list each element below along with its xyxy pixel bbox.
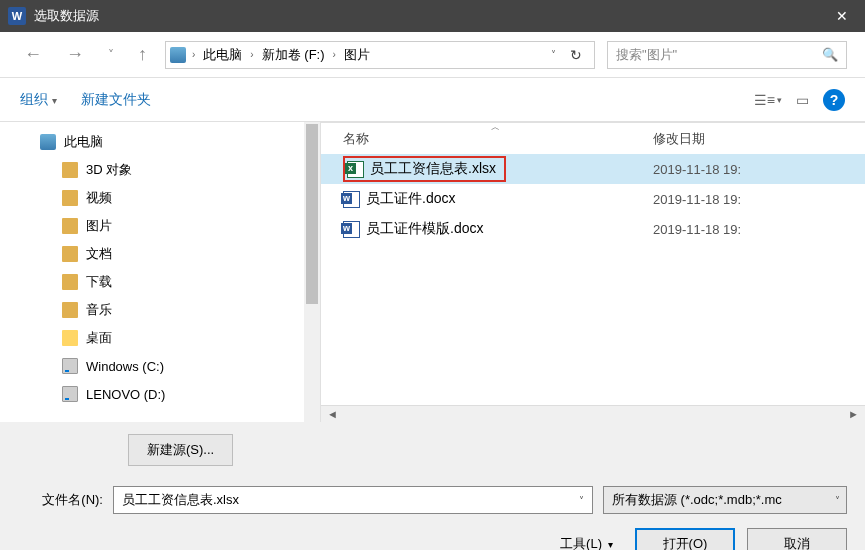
preview-pane-button[interactable]: ▭ bbox=[796, 92, 809, 108]
close-button[interactable]: ✕ bbox=[819, 0, 865, 32]
filetype-value: 所有数据源 (*.odc;*.mdb;*.mc bbox=[612, 491, 782, 509]
folder-tan-icon bbox=[62, 302, 78, 318]
tree-item[interactable]: Windows (C:) bbox=[0, 352, 320, 380]
refresh-button[interactable]: ↻ bbox=[562, 47, 590, 63]
file-list-area: ︿ 名称 修改日期 员工工资信息表.xlsx2019-11-18 19:员工证件… bbox=[320, 122, 865, 422]
sort-indicator-icon: ︿ bbox=[491, 121, 500, 134]
file-name: 员工证件.docx bbox=[366, 190, 455, 208]
xlsx-icon bbox=[347, 161, 364, 178]
file-name: 员工工资信息表.xlsx bbox=[370, 160, 496, 178]
tree-item-label: 图片 bbox=[86, 217, 112, 235]
tree-item-label: 文档 bbox=[86, 245, 112, 263]
folder-tan-icon bbox=[62, 162, 78, 178]
folder-tan-icon bbox=[62, 274, 78, 290]
pc-icon bbox=[40, 134, 56, 150]
search-placeholder: 搜索"图片" bbox=[616, 46, 677, 64]
filename-label: 文件名(N): bbox=[18, 491, 103, 509]
filetype-dropdown[interactable]: 所有数据源 (*.odc;*.mdb;*.mc ˅ bbox=[603, 486, 847, 514]
file-row[interactable]: 员工证件模版.docx2019-11-18 19: bbox=[321, 214, 865, 244]
back-button[interactable]: ← bbox=[18, 40, 48, 69]
window-title: 选取数据源 bbox=[34, 7, 819, 25]
drive-icon bbox=[62, 358, 78, 374]
cancel-button[interactable]: 取消 bbox=[747, 528, 847, 550]
toolbar: 组织 ▾ 新建文件夹 ☰≡ ▾ ▭ ? bbox=[0, 78, 865, 122]
tree-item[interactable]: 文档 bbox=[0, 240, 320, 268]
recent-dropdown[interactable]: ˅ bbox=[102, 44, 120, 66]
docx-icon bbox=[343, 221, 360, 238]
drive-icon bbox=[62, 386, 78, 402]
file-row[interactable]: 员工工资信息表.xlsx2019-11-18 19: bbox=[321, 154, 865, 184]
scrollbar-thumb[interactable] bbox=[306, 124, 318, 304]
tree-item-label: 3D 对象 bbox=[86, 161, 132, 179]
file-hscrollbar[interactable]: ◄► bbox=[321, 405, 865, 422]
tree-item-label: LENOVO (D:) bbox=[86, 387, 165, 402]
breadcrumb-seg[interactable]: 此电脑 bbox=[201, 46, 244, 64]
new-folder-button[interactable]: 新建文件夹 bbox=[81, 91, 151, 109]
file-date: 2019-11-18 19: bbox=[653, 192, 741, 207]
tree-item-label: 桌面 bbox=[86, 329, 112, 347]
file-list-header: ︿ 名称 修改日期 bbox=[321, 122, 865, 154]
chevron-down-icon: ˅ bbox=[835, 495, 840, 506]
tree-item[interactable]: 此电脑 bbox=[0, 128, 320, 156]
titlebar: W 选取数据源 ✕ bbox=[0, 0, 865, 32]
file-name: 员工证件模版.docx bbox=[366, 220, 483, 238]
navbar: ← → ˅ ↑ › 此电脑 › 新加卷 (F:) › 图片 ˅ ↻ 搜索"图片"… bbox=[0, 32, 865, 78]
organize-menu[interactable]: 组织 ▾ bbox=[20, 91, 57, 109]
tree-item[interactable]: 视频 bbox=[0, 184, 320, 212]
chevron-icon: › bbox=[250, 49, 253, 60]
open-button[interactable]: 打开(O) bbox=[635, 528, 735, 550]
breadcrumb-seg[interactable]: 新加卷 (F:) bbox=[260, 46, 327, 64]
tree-item[interactable]: 下载 bbox=[0, 268, 320, 296]
file-date: 2019-11-18 19: bbox=[653, 162, 741, 177]
breadcrumb-seg[interactable]: 图片 bbox=[342, 46, 372, 64]
breadcrumb[interactable]: › 此电脑 › 新加卷 (F:) › 图片 ˅ ↻ bbox=[165, 41, 595, 69]
view-mode-button[interactable]: ☰≡ ▾ bbox=[754, 92, 782, 108]
file-row[interactable]: 员工证件.docx2019-11-18 19: bbox=[321, 184, 865, 214]
new-source-button[interactable]: 新建源(S)... bbox=[128, 434, 233, 466]
folder-tan-icon bbox=[62, 218, 78, 234]
pc-icon bbox=[170, 47, 186, 63]
breadcrumb-dropdown[interactable]: ˅ bbox=[551, 49, 556, 60]
folder-tan-icon bbox=[62, 246, 78, 262]
tree-item-label: 此电脑 bbox=[64, 133, 103, 151]
tree-item[interactable]: 音乐 bbox=[0, 296, 320, 324]
tree-item-label: Windows (C:) bbox=[86, 359, 164, 374]
tools-menu[interactable]: 工具(L) ▾ bbox=[560, 535, 613, 550]
help-icon[interactable]: ? bbox=[823, 89, 845, 111]
folder-tan-icon bbox=[62, 190, 78, 206]
filename-value: 员工工资信息表.xlsx bbox=[122, 491, 239, 509]
main-area: 此电脑3D 对象视频图片文档下载音乐桌面Windows (C:)LENOVO (… bbox=[0, 122, 865, 422]
tree-item[interactable]: 图片 bbox=[0, 212, 320, 240]
filename-input[interactable]: 员工工资信息表.xlsx ˅ bbox=[113, 486, 593, 514]
up-button[interactable]: ↑ bbox=[132, 40, 153, 69]
tree-item[interactable]: 3D 对象 bbox=[0, 156, 320, 184]
file-date: 2019-11-18 19: bbox=[653, 222, 741, 237]
tree-item[interactable]: 桌面 bbox=[0, 324, 320, 352]
tree-item-label: 视频 bbox=[86, 189, 112, 207]
chevron-down-icon[interactable]: ˅ bbox=[579, 495, 584, 506]
chevron-icon: › bbox=[333, 49, 336, 60]
tree-item-label: 下载 bbox=[86, 273, 112, 291]
word-icon: W bbox=[8, 7, 26, 25]
tree-item[interactable]: LENOVO (D:) bbox=[0, 380, 320, 408]
docx-icon bbox=[343, 191, 360, 208]
folder-tree[interactable]: 此电脑3D 对象视频图片文档下载音乐桌面Windows (C:)LENOVO (… bbox=[0, 122, 320, 422]
search-icon: 🔍 bbox=[822, 47, 838, 62]
forward-button[interactable]: → bbox=[60, 40, 90, 69]
search-input[interactable]: 搜索"图片" 🔍 bbox=[607, 41, 847, 69]
tree-item-label: 音乐 bbox=[86, 301, 112, 319]
folder-yellow-icon bbox=[62, 330, 78, 346]
bottom-panel: 新建源(S)... 文件名(N): 员工工资信息表.xlsx ˅ 所有数据源 (… bbox=[0, 422, 865, 550]
tree-scrollbar[interactable] bbox=[304, 122, 320, 422]
chevron-icon: › bbox=[192, 49, 195, 60]
column-date[interactable]: 修改日期 bbox=[653, 130, 865, 148]
